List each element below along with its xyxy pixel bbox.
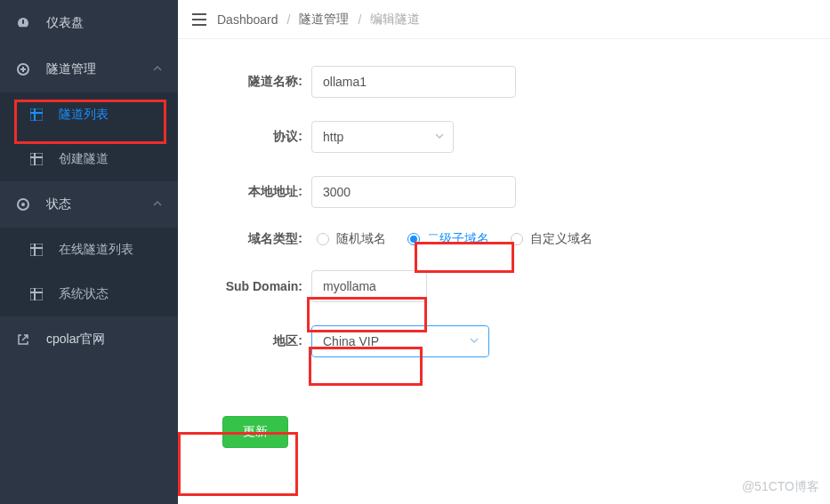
grid-icon bbox=[30, 108, 43, 121]
svg-rect-13 bbox=[30, 292, 43, 293]
sidebar-subitem-create-tunnel[interactable]: 创建隧道 bbox=[0, 137, 178, 181]
main-content: Dashboard / 隧道管理 / 编辑隧道 隧道名称: 协议: 本地地址: … bbox=[178, 0, 830, 504]
row-local-addr: 本地地址: bbox=[196, 176, 812, 208]
radio-circle-icon bbox=[407, 233, 420, 245]
chevron-down-icon bbox=[153, 197, 162, 212]
row-region: 地区: bbox=[196, 325, 812, 357]
radio-subdomain[interactable]: 二级子域名 bbox=[407, 231, 489, 247]
sidebar-item-cpolar-site[interactable]: cpolar官网 bbox=[0, 316, 178, 363]
label-tunnel-name: 隧道名称: bbox=[196, 74, 311, 90]
svg-rect-12 bbox=[30, 288, 43, 300]
svg-rect-14 bbox=[34, 288, 36, 300]
select-region-display[interactable] bbox=[312, 326, 488, 356]
menu-toggle-icon[interactable] bbox=[190, 11, 208, 28]
radio-group-domain-type: 随机域名 二级子域名 自定义域名 bbox=[317, 231, 592, 247]
input-subdomain[interactable] bbox=[311, 270, 427, 302]
radio-label-random: 随机域名 bbox=[336, 231, 386, 247]
sidebar-label-tunnel-mgmt: 隧道管理 bbox=[46, 61, 137, 77]
svg-rect-9 bbox=[30, 244, 43, 256]
sidebar-subitem-online-list[interactable]: 在线隧道列表 bbox=[0, 228, 178, 272]
svg-rect-6 bbox=[34, 153, 36, 165]
radio-circle-icon bbox=[511, 233, 523, 245]
edit-tunnel-form: 隧道名称: 协议: 本地地址: 域名类型: 随机域名 bbox=[178, 39, 830, 466]
circle-plus-icon bbox=[16, 62, 30, 76]
radio-custom-domain[interactable]: 自定义域名 bbox=[511, 231, 592, 247]
radio-random-domain[interactable]: 随机域名 bbox=[317, 231, 386, 247]
label-domain-type: 域名类型: bbox=[196, 231, 311, 247]
sidebar-subitem-system-status[interactable]: 系统状态 bbox=[0, 272, 178, 316]
svg-rect-1 bbox=[30, 108, 43, 121]
svg-rect-4 bbox=[30, 153, 43, 165]
sidebar: 仪表盘 隧道管理 隧道列表 创建隧道 状态 在线隧道 bbox=[0, 0, 178, 504]
row-subdomain: Sub Domain: bbox=[196, 270, 812, 302]
breadcrumb-edit-tunnel: 编辑隧道 bbox=[370, 12, 420, 28]
grid-icon bbox=[30, 288, 43, 300]
radio-label-subdomain: 二级子域名 bbox=[427, 231, 489, 247]
sidebar-item-dashboard[interactable]: 仪表盘 bbox=[0, 0, 178, 46]
sidebar-label-create-tunnel: 创建隧道 bbox=[59, 151, 109, 167]
gauge-icon bbox=[16, 16, 30, 30]
sidebar-subitem-tunnel-list[interactable]: 隧道列表 bbox=[0, 92, 178, 137]
breadcrumb-separator: / bbox=[358, 12, 361, 27]
label-region: 地区: bbox=[196, 333, 311, 349]
update-button[interactable]: 更新 bbox=[222, 416, 288, 448]
select-region[interactable] bbox=[311, 325, 489, 357]
row-domain-type: 域名类型: 随机域名 二级子域名 自定义域名 bbox=[196, 231, 812, 247]
sidebar-item-tunnel-mgmt[interactable]: 隧道管理 bbox=[0, 46, 178, 92]
radio-label-custom: 自定义域名 bbox=[530, 231, 592, 247]
input-tunnel-name[interactable] bbox=[311, 66, 516, 98]
watermark: @51CTO博客 bbox=[742, 479, 819, 495]
select-protocol[interactable] bbox=[311, 121, 454, 153]
topbar: Dashboard / 隧道管理 / 编辑隧道 bbox=[178, 0, 830, 39]
sidebar-label-tunnel-list: 隧道列表 bbox=[59, 107, 109, 123]
svg-rect-5 bbox=[30, 156, 43, 158]
svg-rect-10 bbox=[30, 247, 43, 249]
breadcrumb-tunnel-mgmt[interactable]: 隧道管理 bbox=[299, 12, 349, 28]
sidebar-label-online-list: 在线隧道列表 bbox=[59, 242, 133, 258]
row-protocol: 协议: bbox=[196, 121, 812, 153]
label-protocol: 协议: bbox=[196, 129, 311, 145]
label-subdomain: Sub Domain: bbox=[196, 279, 311, 293]
external-link-icon bbox=[16, 332, 30, 347]
sidebar-label-dashboard: 仪表盘 bbox=[46, 15, 162, 31]
radio-circle-icon bbox=[317, 233, 329, 245]
target-icon bbox=[16, 197, 30, 212]
sidebar-label-system-status: 系统状态 bbox=[59, 286, 109, 302]
label-local-addr: 本地地址: bbox=[196, 184, 311, 200]
svg-point-8 bbox=[21, 203, 25, 206]
svg-rect-11 bbox=[34, 244, 36, 256]
sidebar-label-cpolar-site: cpolar官网 bbox=[46, 332, 162, 348]
chevron-down-icon bbox=[153, 62, 162, 76]
breadcrumb-separator: / bbox=[287, 12, 291, 27]
svg-rect-2 bbox=[30, 112, 43, 114]
input-local-addr[interactable] bbox=[311, 176, 516, 208]
grid-icon bbox=[30, 153, 43, 165]
sidebar-item-status[interactable]: 状态 bbox=[0, 181, 178, 228]
row-tunnel-name: 隧道名称: bbox=[196, 66, 812, 98]
select-protocol-display[interactable] bbox=[311, 121, 454, 153]
breadcrumb-dashboard[interactable]: Dashboard bbox=[217, 12, 278, 27]
grid-icon bbox=[30, 244, 43, 256]
sidebar-label-status: 状态 bbox=[46, 196, 137, 212]
svg-rect-3 bbox=[34, 108, 36, 121]
